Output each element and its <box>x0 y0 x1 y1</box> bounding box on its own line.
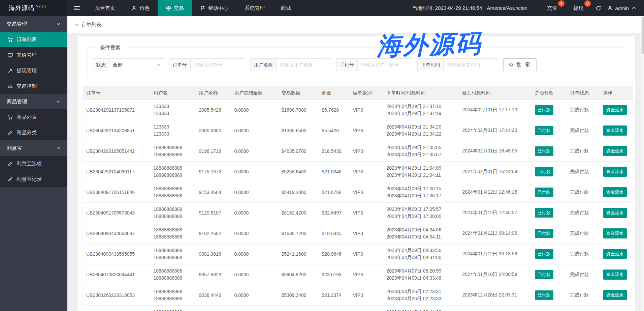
paid-status-badge: 已付款 <box>535 249 553 259</box>
sidebar-group-interest: 利息宝 利息宝选项 利息宝记录 <box>0 140 67 187</box>
sidebar-group-goods-header[interactable]: 商品管理 <box>0 94 67 109</box>
cell-commission: $18.5439 <box>319 141 350 162</box>
phone-field: 手机号 <box>336 58 412 71</box>
scrollbar-track[interactable] <box>641 16 644 311</box>
sidebar-item-goods-list[interactable]: 商品列表 <box>0 109 67 125</box>
order-time: 2023年04月29日 21:04:09 <box>387 165 456 172</box>
gavel-icon <box>7 68 13 74</box>
table-row: UB2304292105051442 18888888888 188888888… <box>83 141 633 162</box>
order-time-label: 下单时间 <box>417 58 443 71</box>
refresh-button[interactable] <box>595 5 601 11</box>
status-select[interactable]: 全部 <box>109 58 164 71</box>
nav-item-trade[interactable]: 交易 <box>158 0 192 16</box>
cell-balance: 9175.1372 <box>196 162 231 182</box>
cell-frozen: 0.0000 <box>231 100 278 120</box>
order-no-input[interactable] <box>190 58 245 71</box>
order-no-label: 订单号 <box>169 58 190 71</box>
fund-flow-button[interactable]: 资金流水 <box>603 208 627 218</box>
fund-flow-button[interactable]: 资金流水 <box>603 270 627 280</box>
username-text: admin <box>615 5 629 11</box>
withdraw-button[interactable]: 提现 0 <box>570 5 587 11</box>
cell-amount: $4636.1200 <box>278 223 319 244</box>
recharge-count-badge: 4 <box>558 0 565 7</box>
search-button[interactable]: 搜 索 <box>503 58 537 71</box>
fund-flow-button[interactable]: 资金流水 <box>603 228 627 238</box>
order-time: 2023年04月29日 21:34:20 <box>387 123 456 131</box>
sidebar-item-recharge-mgmt[interactable]: 充值管理 <box>0 47 67 63</box>
order-time: 2023年04月09日 17:05:57 <box>387 206 456 213</box>
cell-level: VIP3 <box>350 244 383 264</box>
cell-username: 18888888888 18888888888 <box>150 141 196 162</box>
refresh-icon <box>595 5 601 11</box>
menu-toggle-button[interactable] <box>67 0 87 16</box>
cell-frozen: 0.0000 <box>231 264 278 285</box>
sidebar-group-interest-header[interactable]: 利息宝 <box>0 140 67 156</box>
fund-flow-button[interactable]: 资金流水 <box>603 290 627 300</box>
col-username: 用户名 <box>150 87 196 100</box>
cell-balance: 9153.4604 <box>196 182 231 203</box>
fund-flow-button[interactable]: 资金流水 <box>603 146 627 156</box>
col-commission: 佣金 <box>319 87 350 100</box>
cell-username: 18888888888 18888888888 <box>150 264 196 285</box>
col-balance: 用户余额 <box>196 87 231 100</box>
nav-item-dashboard[interactable]: 后台首页 <box>87 0 123 16</box>
col-level: 做单级别 <box>350 87 383 100</box>
order-time-field: 下单时间 <box>417 58 498 71</box>
username-input[interactable] <box>276 58 331 71</box>
table-row: UB2304070820594441 18888888888 188888888… <box>83 264 633 285</box>
phone-input[interactable] <box>357 58 412 71</box>
pay-time: 2023年04月09日 04:33:48 <box>387 275 456 282</box>
order-time-input[interactable] <box>443 58 498 71</box>
sidebar-group-interest-items: 利息宝选项 利息宝记录 <box>0 156 67 187</box>
cell-order-no: UB2304091705573043 <box>83 203 150 223</box>
search-row: 状态 全部 订单号 用户名称 手机 <box>93 58 620 71</box>
nav-item-roles[interactable]: 角色 <box>123 0 158 16</box>
cell-username: 18888888888 18888888888 <box>150 306 196 311</box>
fund-flow-button[interactable]: 资金流水 <box>603 125 627 136</box>
sidebar-group-trade: 交易管理 订单列表 充值管理 提现管理 交易控制 <box>0 16 67 94</box>
table-row: UB2304091705573043 18888888888 188888888… <box>83 203 633 223</box>
pay-time: 2023年04月09日 04:34:00 <box>387 254 456 261</box>
cell-amount: $5904.8200 <box>278 264 319 285</box>
nav-item-help-center[interactable]: 帮助中心 <box>192 0 236 16</box>
sidebar-item-order-list[interactable]: 订单列表 <box>0 32 67 47</box>
user-menu[interactable]: admin <box>607 5 637 11</box>
fund-flow-button[interactable]: 资金流水 <box>603 105 627 115</box>
cell-paid: 已付款 <box>532 264 567 285</box>
scrollbar-thumb[interactable] <box>642 17 644 54</box>
cell-frozen: 0.0000 <box>231 244 278 264</box>
fund-flow-button[interactable]: 资金流水 <box>603 249 627 259</box>
cell-actions: 资金流水 <box>600 244 633 264</box>
fund-flow-button[interactable]: 资金流水 <box>603 167 627 177</box>
username-line-2: 18888888888 <box>154 275 192 282</box>
sidebar: 交易管理 订单列表 充值管理 提现管理 交易控制 <box>0 16 67 311</box>
sidebar-item-goods-category[interactable]: 商品分类 <box>0 125 67 140</box>
search-button-label: 搜 索 <box>516 62 531 68</box>
cell-level: VIP3 <box>350 120 383 141</box>
sidebar-item-interest-records[interactable]: 利息宝记录 <box>0 171 67 187</box>
nav-label: 商城 <box>281 5 291 11</box>
order-time: 2023年04月09日 04:34:06 <box>387 226 456 233</box>
cell-frozen: 0.0000 <box>231 141 278 162</box>
chevron-down-icon <box>56 99 61 104</box>
sidebar-item-withdraw-mgmt[interactable]: 提现管理 <box>0 63 67 78</box>
sidebar-group-trade-header[interactable]: 交易管理 <box>0 16 67 32</box>
username-line-1: 18888888888 <box>154 144 192 151</box>
cell-order-no: UB2304292104096117 <box>83 162 150 182</box>
paid-status-badge: 已付款 <box>535 105 553 115</box>
nav-item-mall[interactable]: 商城 <box>273 0 299 16</box>
sidebar-item-trade-control[interactable]: 交易控制 <box>0 78 67 94</box>
fund-flow-button[interactable]: 资金流水 <box>603 187 627 197</box>
cell-times: 2023年04月09日 04:33:56 2023年04月09日 04:34:0… <box>383 244 459 264</box>
recharge-button[interactable]: 充值 4 <box>544 5 560 11</box>
sidebar-item-interest-options[interactable]: 利息宝选项 <box>0 156 67 171</box>
cell-last-paid: 2024年01月12日 12:45:57 <box>459 203 532 223</box>
cell-order-no: UB2303150644299420 <box>83 306 150 311</box>
nav-item-system[interactable]: 系统管理 <box>236 0 273 16</box>
order-time: 2023年04月29日 21:37:10 <box>387 103 456 110</box>
chevron-down-icon <box>56 146 61 150</box>
cell-amount: $8162.4200 <box>278 203 319 223</box>
cell-frozen: 0.0000 <box>231 182 278 203</box>
table-row: UB2303260223318053 18888888888 188888888… <box>83 285 633 306</box>
cell-amount: $5258.6400 <box>278 162 319 182</box>
